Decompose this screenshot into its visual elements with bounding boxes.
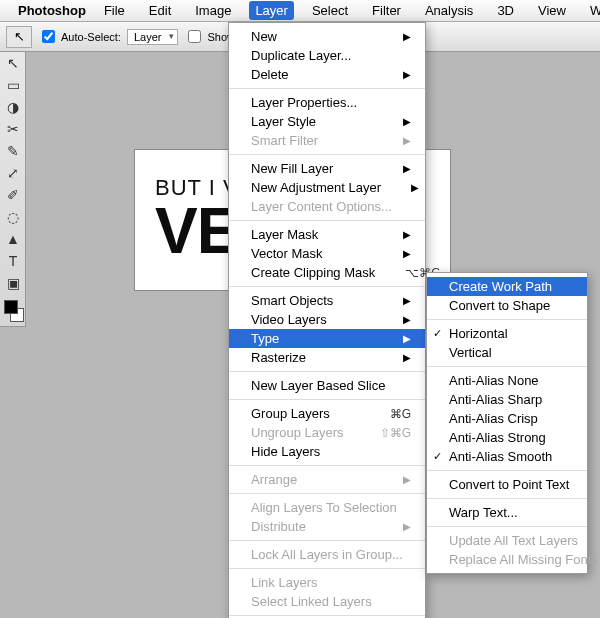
menu-layer[interactable]: Layer — [249, 1, 294, 20]
layer-menu-sep-7 — [229, 154, 425, 155]
tool-3[interactable]: ✂ — [0, 118, 26, 140]
layer-menu-create-clipping-mask[interactable]: Create Clipping Mask⌥⌘G — [229, 263, 425, 282]
type-sub-anti-alias-strong[interactable]: Anti-Alias Strong — [427, 428, 587, 447]
type-sub-convert-to-point-text[interactable]: Convert to Point Text — [427, 475, 587, 494]
menu-item-label: Create Work Path — [449, 279, 573, 294]
layer-menu-new-adjustment-layer[interactable]: New Adjustment Layer▶ — [229, 178, 425, 197]
toolbox: ↖▭◑✂✎⤢✐◌▲T▣ — [0, 52, 26, 327]
layer-menu-smart-objects[interactable]: Smart Objects▶ — [229, 291, 425, 310]
submenu-arrow-icon: ▶ — [403, 314, 411, 325]
layer-menu-duplicate-layer[interactable]: Duplicate Layer... — [229, 46, 425, 65]
tool-9[interactable]: T — [0, 250, 26, 272]
submenu-arrow-icon: ▶ — [403, 248, 411, 259]
type-sub-create-work-path[interactable]: Create Work Path — [427, 277, 587, 296]
layer-menu-sep-22 — [229, 399, 425, 400]
tool-7[interactable]: ◌ — [0, 206, 26, 228]
layer-menu-delete[interactable]: Delete▶ — [229, 65, 425, 84]
menu-window[interactable]: Window — [584, 1, 600, 20]
menu-item-label: Distribute — [251, 519, 373, 534]
menu-analysis[interactable]: Analysis — [419, 1, 479, 20]
auto-select-label: Auto-Select: — [61, 31, 121, 43]
submenu-arrow-icon: ▶ — [411, 182, 419, 193]
menu-item-label: Layer Content Options... — [251, 199, 411, 214]
tool-4[interactable]: ✎ — [0, 140, 26, 162]
menu-item-label: Rasterize — [251, 350, 373, 365]
layer-menu-sep-20 — [229, 371, 425, 372]
layer-menu-smart-filter: Smart Filter▶ — [229, 131, 425, 150]
menu-edit[interactable]: Edit — [143, 1, 177, 20]
layer-menu-layer-style[interactable]: Layer Style▶ — [229, 112, 425, 131]
layer-menu-lock-all-layers-in-group: Lock All Layers in Group... — [229, 545, 425, 564]
layer-menu-new-fill-layer[interactable]: New Fill Layer▶ — [229, 159, 425, 178]
layer-menu-new[interactable]: New▶ — [229, 27, 425, 46]
auto-select-checkbox[interactable] — [42, 30, 55, 43]
menu-item-label: Anti-Alias Smooth — [449, 449, 573, 464]
tool-8[interactable]: ▲ — [0, 228, 26, 250]
menubar: Photoshop FileEditImageLayerSelectFilter… — [0, 0, 600, 22]
tool-2[interactable]: ◑ — [0, 96, 26, 118]
layer-menu: New▶Duplicate Layer...Delete▶Layer Prope… — [228, 22, 426, 618]
layer-menu-link-layers: Link Layers — [229, 573, 425, 592]
menu-view[interactable]: View — [532, 1, 572, 20]
menu-item-label: Update All Text Layers — [449, 533, 578, 548]
tool-0[interactable]: ↖ — [0, 52, 26, 74]
type-sub-anti-alias-crisp[interactable]: Anti-Alias Crisp — [427, 409, 587, 428]
menu-select[interactable]: Select — [306, 1, 354, 20]
layer-menu-vector-mask[interactable]: Vector Mask▶ — [229, 244, 425, 263]
show-transform-checkbox[interactable] — [188, 30, 201, 43]
layer-menu-layer-properties[interactable]: Layer Properties... — [229, 93, 425, 112]
layer-menu-sep-11 — [229, 220, 425, 221]
type-sub-sep-5 — [427, 366, 587, 367]
layer-menu-layer-mask[interactable]: Layer Mask▶ — [229, 225, 425, 244]
submenu-arrow-icon: ▶ — [403, 521, 411, 532]
menu-item-label: Lock All Layers in Group... — [251, 547, 411, 562]
menu-item-label: Smart Objects — [251, 293, 373, 308]
type-sub-anti-alias-sharp[interactable]: Anti-Alias Sharp — [427, 390, 587, 409]
menu-item-label: Vertical — [449, 345, 573, 360]
layer-menu-group-layers[interactable]: Group Layers⌘G — [229, 404, 425, 423]
type-sub-warp-text[interactable]: Warp Text... — [427, 503, 587, 522]
menu-item-label: New — [251, 29, 373, 44]
menu-3d[interactable]: 3D — [491, 1, 520, 20]
menu-item-label: Link Layers — [251, 575, 411, 590]
menu-image[interactable]: Image — [189, 1, 237, 20]
layer-menu-hide-layers[interactable]: Hide Layers — [229, 442, 425, 461]
type-sub-sep-2 — [427, 319, 587, 320]
color-swatches[interactable] — [0, 298, 26, 326]
type-sub-anti-alias-none[interactable]: Anti-Alias None — [427, 371, 587, 390]
menu-filter[interactable]: Filter — [366, 1, 407, 20]
submenu-arrow-icon: ▶ — [403, 135, 411, 146]
tool-5[interactable]: ⤢ — [0, 162, 26, 184]
menu-item-label: Select Linked Layers — [251, 594, 411, 609]
tool-6[interactable]: ✐ — [0, 184, 26, 206]
layer-menu-video-layers[interactable]: Video Layers▶ — [229, 310, 425, 329]
menu-item-label: Vector Mask — [251, 246, 373, 261]
type-sub-anti-alias-smooth[interactable]: ✓Anti-Alias Smooth — [427, 447, 587, 466]
move-tool-icon[interactable]: ↖ — [6, 26, 32, 48]
layer-menu-sep-3 — [229, 88, 425, 89]
app-name[interactable]: Photoshop — [18, 3, 86, 18]
menu-item-label: Anti-Alias None — [449, 373, 573, 388]
menu-item-label: Anti-Alias Sharp — [449, 392, 573, 407]
layer-menu-new-layer-based-slice[interactable]: New Layer Based Slice — [229, 376, 425, 395]
menu-item-label: Delete — [251, 67, 373, 82]
auto-select-dropdown[interactable]: Layer — [127, 29, 179, 45]
menu-item-label: Anti-Alias Crisp — [449, 411, 573, 426]
type-sub-vertical[interactable]: Vertical — [427, 343, 587, 362]
submenu-arrow-icon: ▶ — [403, 163, 411, 174]
layer-menu-rasterize[interactable]: Rasterize▶ — [229, 348, 425, 367]
type-sub-horizontal[interactable]: ✓Horizontal — [427, 324, 587, 343]
menu-item-label: Convert to Point Text — [449, 477, 573, 492]
layer-menu-arrange: Arrange▶ — [229, 470, 425, 489]
type-sub-convert-to-shape[interactable]: Convert to Shape — [427, 296, 587, 315]
menu-file[interactable]: File — [98, 1, 131, 20]
tool-10[interactable]: ▣ — [0, 272, 26, 294]
submenu-arrow-icon: ▶ — [403, 116, 411, 127]
menu-item-label: Layer Mask — [251, 227, 373, 242]
tool-1[interactable]: ▭ — [0, 74, 26, 96]
type-sub-replace-all-missing-fonts: Replace All Missing Fonts — [427, 550, 587, 569]
layer-menu-type[interactable]: Type▶ — [229, 329, 425, 348]
type-sub-sep-13 — [427, 498, 587, 499]
menu-item-label: Layer Properties... — [251, 95, 411, 110]
shortcut-label: ⌘G — [390, 407, 411, 421]
